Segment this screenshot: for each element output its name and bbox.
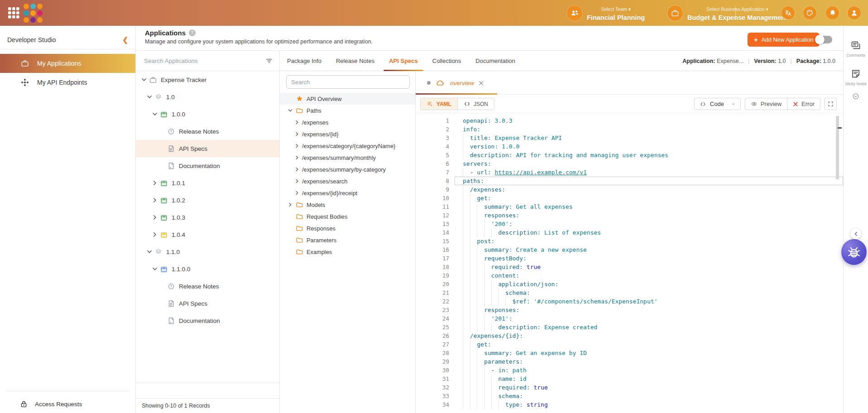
view-toggle-switch[interactable] [816,36,832,43]
apps-tree-item-1-0-2[interactable]: 1.0.2 [136,192,279,209]
code-line-12[interactable]: 12responses: [416,211,843,220]
code-line-17[interactable]: 17requestBody: [416,254,843,263]
chevron-right-icon[interactable] [150,197,159,204]
chevron-down-icon[interactable] [139,76,149,83]
code-line-5[interactable]: 5description: API for tracking and manag… [416,151,843,159]
apps-tree-item-api-specs[interactable]: API Specs [136,295,279,312]
code-line-31[interactable]: 31name: id [416,375,843,383]
tab-collections[interactable]: Collections [425,51,469,71]
code-line-32[interactable]: 32required: true [416,383,843,392]
apps-tree-item-1-0-3[interactable]: 1.0.3 [136,209,279,226]
yaml-code-editor[interactable]: 1openapi: 3.0.32info:3title: Expense Tra… [416,113,843,413]
apps-tree-item-1-1-0-0[interactable]: 1.1.0.0 [136,260,279,278]
api-tree-item-models[interactable]: Models [280,199,415,211]
search-applications-input[interactable] [144,58,265,64]
apps-tree-item-documentation[interactable]: Documentation [136,312,279,329]
api-tree-item--expenses-search[interactable]: /expenses/search [280,175,415,187]
code-line-11[interactable]: 11summary: Get all expenses [416,202,843,211]
sidebar-collapse-icon[interactable]: ❮ [122,36,128,44]
filter-icon[interactable] [265,57,273,65]
sidebar-item-access-requests[interactable]: Access Requests [0,395,135,413]
preview-button[interactable]: Preview [745,98,787,110]
apps-tree-item-1-1-0[interactable]: 1.1.0 [136,243,279,260]
api-tree-item--expenses-id-receipt[interactable]: /expenses/{id}/receipt [280,187,415,199]
api-tree-item-request-bodies[interactable]: Request Bodies [280,211,415,222]
apps-tree-item-1-0-0[interactable]: 1.0.0 [136,106,279,123]
add-new-application-button[interactable]: + Add New Application [748,33,820,47]
assistant-bug-button[interactable] [841,239,867,265]
code-line-15[interactable]: 15post: [416,237,843,245]
apps-tree-item-expense-tracker[interactable]: Expense Tracker [136,71,279,88]
code-line-34[interactable]: 34type: string [416,400,843,409]
app-launcher-grid-icon[interactable] [7,6,20,19]
chevron-right-icon[interactable] [285,202,295,208]
api-tree-item--expenses-id-[interactable]: /expenses/{id} [280,128,415,140]
apps-tree-item-api-specs[interactable]: API Specs [136,140,279,157]
code-mode-dropdown[interactable]: Code [694,98,741,110]
api-tree-item-examples[interactable]: Examples [280,246,415,258]
code-line-9[interactable]: 9/expenses: [416,185,843,194]
tab-release-notes[interactable]: Release Notes [329,51,382,71]
code-line-21[interactable]: 21schema: [416,288,843,297]
notifications-bell-button[interactable] [826,6,839,19]
code-line-20[interactable]: 20application/json: [416,280,843,288]
code-line-3[interactable]: 3title: Expense Tracker API [416,134,843,142]
code-line-8[interactable]: 8paths: [416,177,843,185]
code-line-19[interactable]: 19content: [416,271,843,280]
user-avatar-button[interactable] [848,6,861,19]
code-line-4[interactable]: 4version: 1.0.0 [416,142,843,151]
rail-more-chevron-icon[interactable] [853,93,859,100]
tab-package-info[interactable]: Package Info [280,51,329,71]
code-line-22[interactable]: 22$ref: '#/components/schemas/ExpenseInp… [416,297,843,306]
fullscreen-button[interactable] [825,98,837,110]
chevron-right-icon[interactable] [292,154,302,161]
apps-tree-item-1-0[interactable]: 1.0 [136,88,279,106]
code-line-23[interactable]: 23responses: [416,306,843,314]
code-line-6[interactable]: 6servers: [416,159,843,168]
chevron-down-icon[interactable] [145,93,154,101]
chevron-right-icon[interactable] [292,119,302,125]
code-line-14[interactable]: 14description: List of expenses [416,228,843,237]
api-tree-item-responses[interactable]: Responses [280,222,415,234]
close-icon[interactable] [478,80,484,86]
apps-tree-item-1-0-4[interactable]: 1.0.4 [136,226,279,243]
code-line-18[interactable]: 18required: true [416,263,843,271]
api-tree-item--expenses[interactable]: /expenses [280,116,415,128]
theme-palette-button[interactable] [803,6,816,19]
apps-tree-item-release-notes[interactable]: Release Notes [136,123,279,140]
code-line-25[interactable]: 25description: Expense created [416,323,843,331]
code-line-13[interactable]: 13'200': [416,220,843,228]
code-line-30[interactable]: 30- in: path [416,366,843,375]
assistant-collapse-button[interactable] [850,228,861,239]
chevron-right-icon[interactable] [292,131,302,137]
chevron-down-icon[interactable] [285,107,295,114]
yaml-toggle-button[interactable]: YAML [421,98,457,110]
chevron-down-icon[interactable] [145,248,154,255]
chevron-right-icon[interactable] [292,190,302,196]
code-line-16[interactable]: 16summary: Create a new expense [416,245,843,254]
chevron-right-icon[interactable] [292,143,302,149]
apps-tree-item-release-notes[interactable]: Release Notes [136,278,279,295]
comments-button[interactable]: Comments [844,40,868,58]
chevron-right-icon[interactable] [292,166,302,173]
chevron-right-icon[interactable] [150,214,159,221]
code-line-28[interactable]: 28summary: Get an expense by ID [416,349,843,357]
code-line-26[interactable]: 26/expenses/{id}: [416,331,843,340]
code-line-10[interactable]: 10get: [416,194,843,202]
api-tree-item-paths[interactable]: Paths [280,105,415,116]
chevron-down-icon[interactable] [150,265,159,273]
json-toggle-button[interactable]: JSON [457,98,494,110]
code-line-33[interactable]: 33schema: [416,392,843,400]
api-search-input[interactable] [291,79,405,86]
help-icon[interactable]: ? [189,29,196,36]
api-tree-item--expenses-summary-monthly[interactable]: /expenses/summary/monthly [280,152,415,163]
tab-documentation[interactable]: Documentation [468,51,522,71]
error-button[interactable]: Error [787,98,820,110]
sidebar-item-my-api-endpoints[interactable]: My API Endpoints [0,73,135,92]
api-tree-item--expenses-summary-by-category[interactable]: /expenses/summary/by-category [280,163,415,175]
code-line-24[interactable]: 24'201': [416,314,843,323]
apps-tree-item-documentation[interactable]: Documentation [136,157,279,174]
business-app-selector[interactable]: Select Business Application ▾ Budget & E… [667,4,787,22]
code-line-27[interactable]: 27get: [416,340,843,349]
code-line-2[interactable]: 2info: [416,125,843,134]
